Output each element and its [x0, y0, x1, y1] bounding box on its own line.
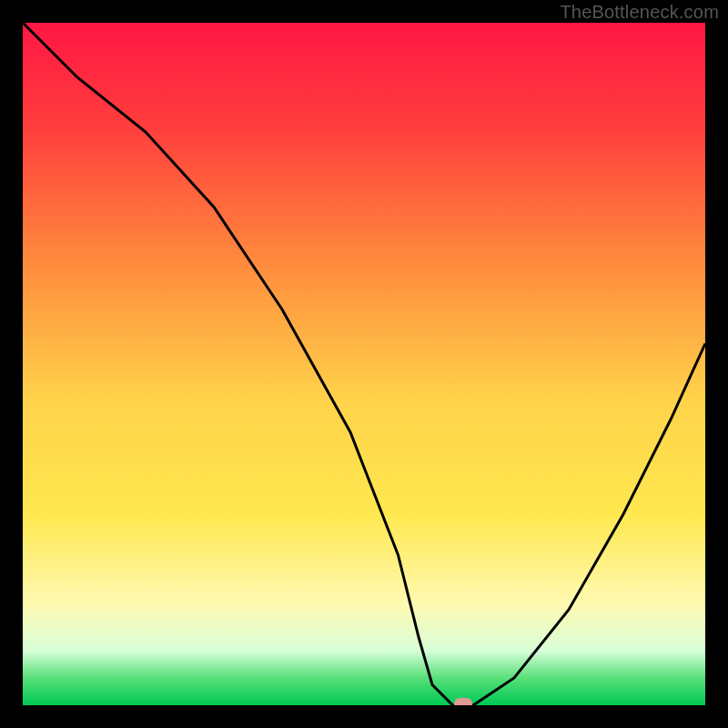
watermark-text: TheBottleneck.com [560, 2, 719, 23]
plot-area [23, 23, 705, 705]
bottleneck-curve [23, 23, 705, 705]
chart-frame: TheBottleneck.com [0, 0, 728, 728]
optimal-point-marker [454, 698, 472, 705]
